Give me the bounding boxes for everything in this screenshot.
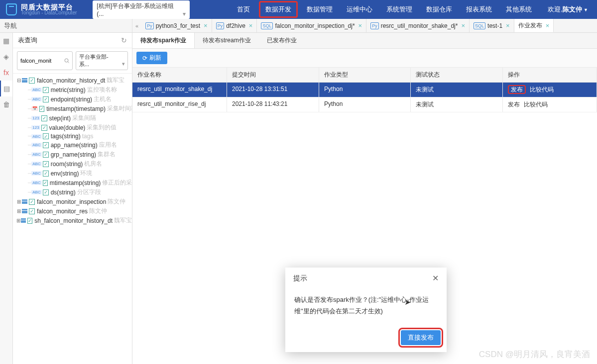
- tree-table-node[interactable]: ⊞sh_falcon_monitor_history_dt魏军宝: [13, 216, 132, 225]
- file-tab[interactable]: SQLfalcon_monitor_inspection_dj*×: [257, 19, 366, 32]
- nav-报表系统[interactable]: 报表系统: [459, 0, 499, 19]
- tree-column-node[interactable]: ┈ABCenv(string)环境: [13, 169, 132, 178]
- grid-header: 作业名称提交时间作业类型测试状态操作: [132, 68, 597, 83]
- sub-tabs: 待发布spark作业待发布stream作业已发布作业: [132, 33, 597, 49]
- file-type-icon: Py: [145, 22, 154, 29]
- publish-link[interactable]: 发布: [508, 85, 526, 94]
- tree-column-node[interactable]: ┈ABCgrp_name(string)集群名: [13, 150, 132, 159]
- tree-column-node[interactable]: ┈123value(double)采集到的值: [13, 123, 132, 132]
- logo-icon: [6, 3, 17, 15]
- tree-table-node[interactable]: ⊞falcon_monitor_res陈文仲: [13, 206, 132, 216]
- compare-link[interactable]: 比较代码: [524, 101, 548, 108]
- tab-close-icon[interactable]: ×: [506, 22, 510, 29]
- file-tab[interactable]: SQLtest-1×: [470, 19, 514, 32]
- tree-toggle-icon[interactable]: ⊞: [16, 199, 22, 204]
- nav-数据管理[interactable]: 数据管理: [300, 0, 340, 19]
- user-name: 陈文仲: [563, 5, 582, 13]
- tabs-scroll-left[interactable]: «: [132, 23, 141, 29]
- checkbox[interactable]: [43, 87, 49, 93]
- checkbox[interactable]: [43, 161, 49, 167]
- tree-toggle-icon[interactable]: ⊟: [16, 78, 22, 83]
- table-search-input[interactable]: [17, 51, 73, 70]
- tree-column-node[interactable]: ┈ABCmetric(string)监控项名称: [13, 85, 132, 94]
- file-tab[interactable]: 作业发布×: [514, 19, 554, 32]
- sub-tab[interactable]: 已发布作业: [259, 33, 305, 48]
- tab-close-icon[interactable]: ×: [204, 22, 208, 29]
- tree-column-node[interactable]: ┈123step(int)采集间隔: [13, 113, 132, 123]
- table-row[interactable]: resrc_util_monitor_shake_dj2021-10-28 13…: [132, 83, 597, 97]
- tab-close-icon[interactable]: ×: [249, 22, 253, 29]
- column-header[interactable]: 测试状态: [411, 68, 503, 82]
- checkbox[interactable]: [27, 218, 33, 224]
- checkbox[interactable]: [43, 142, 49, 148]
- column-header[interactable]: 操作: [503, 68, 597, 82]
- checkbox[interactable]: [43, 96, 49, 102]
- tree-column-node[interactable]: ┈ABCds(string)分区字段: [13, 187, 132, 197]
- checkbox[interactable]: [43, 189, 49, 195]
- nav-系统管理[interactable]: 系统管理: [379, 0, 419, 19]
- tree-table-node[interactable]: ⊟falcon_monitor_history_dt魏军宝: [13, 76, 132, 85]
- refresh-button[interactable]: 刷新: [136, 52, 167, 64]
- brand-sub: Tongdun - DataComputer: [21, 10, 77, 15]
- tree-column-node[interactable]: ┈ABCroom(string)机房名: [13, 159, 132, 169]
- checkbox[interactable]: [43, 180, 48, 186]
- checkbox[interactable]: [29, 199, 35, 205]
- nav-其他系统[interactable]: 其他系统: [499, 0, 539, 19]
- tree-column-node[interactable]: ┈📅timestamp(timestamp)采集时间戳: [13, 104, 132, 113]
- tab-close-icon[interactable]: ×: [546, 22, 550, 29]
- file-tab[interactable]: Pypython3_for_test×: [141, 19, 212, 32]
- tree-toggle-icon[interactable]: ⊞: [16, 218, 21, 223]
- dept-select[interactable]: [杭州]平台事业部-系统运维组(...: [93, 0, 190, 19]
- table-row[interactable]: resrc_util_monitor_rise_dj2021-10-28 11:…: [132, 97, 597, 112]
- nav-运维中心[interactable]: 运维中心: [340, 0, 379, 19]
- column-header[interactable]: 提交时间: [227, 68, 319, 82]
- sub-tab[interactable]: 待发布spark作业: [132, 33, 195, 48]
- rail-layers-icon[interactable]: ◈: [0, 49, 12, 65]
- nav-数据开发[interactable]: 数据开发: [259, 1, 298, 18]
- column-header[interactable]: 作业名称: [132, 68, 227, 82]
- rail-fx-icon[interactable]: fx: [0, 65, 12, 81]
- compare-link[interactable]: 比较代码: [530, 86, 554, 93]
- tree-toggle-icon[interactable]: ⊞: [16, 208, 22, 214]
- checkbox[interactable]: [41, 115, 47, 121]
- tree-column-node[interactable]: ┈ABCtags(string)tags: [13, 132, 132, 140]
- close-icon[interactable]: ✕: [432, 273, 439, 283]
- checkbox[interactable]: [43, 152, 49, 158]
- file-type-icon: Py: [216, 22, 225, 29]
- dialog-title: 提示: [293, 274, 307, 283]
- checkbox[interactable]: [43, 171, 49, 177]
- nav-首页[interactable]: 首页: [230, 0, 257, 19]
- nav-数据仓库[interactable]: 数据仓库: [419, 0, 459, 19]
- tab-close-icon[interactable]: ×: [461, 22, 465, 29]
- checkbox[interactable]: [39, 106, 44, 112]
- checkbox[interactable]: [41, 125, 47, 131]
- column-header[interactable]: 作业类型: [319, 68, 411, 82]
- rail-dashboard-icon[interactable]: ▦: [0, 33, 12, 49]
- sub-tab[interactable]: 待发布stream作业: [195, 33, 259, 48]
- rail-trash-icon[interactable]: 🗑: [0, 96, 12, 112]
- column-type-icon: ABC: [31, 97, 41, 101]
- table-tree: ⊟falcon_monitor_history_dt魏军宝┈ABCmetric(…: [13, 74, 132, 227]
- left-rail: ▦ ◈ fx ▤ 🗑: [0, 33, 13, 364]
- checkbox[interactable]: [29, 208, 35, 214]
- confirm-dialog: 提示 ✕ 确认是否发布spark作业？(注:"运维中心-作业运维"里的代码会在第…: [285, 268, 447, 352]
- file-tab[interactable]: Pydf2hive×: [212, 19, 257, 32]
- rail-table-icon[interactable]: ▤: [0, 81, 12, 96]
- tree-column-node[interactable]: ┈ABCmtimestamp(string)修正后的采集时: [13, 178, 132, 187]
- tree-column-node[interactable]: ┈ABCapp_name(string)应用名: [13, 140, 132, 150]
- file-tabs: Pypython3_for_test×Pydf2hive×SQLfalcon_m…: [141, 19, 597, 32]
- publish-link[interactable]: 发布: [508, 101, 520, 108]
- file-tab[interactable]: Pyresrc_util_monitor_shake_dj*×: [366, 19, 470, 32]
- scope-select[interactable]: 平台事业部-系...: [76, 51, 128, 70]
- checkbox[interactable]: [29, 78, 35, 84]
- publish-confirm-button[interactable]: 直接发布: [401, 330, 441, 345]
- chevron-down-icon: ▼: [584, 7, 588, 12]
- cursor-icon: ➤: [404, 297, 411, 307]
- tab-close-icon[interactable]: ×: [358, 22, 362, 29]
- checkbox[interactable]: [43, 133, 49, 139]
- tree-table-node[interactable]: ⊞falcon_monitor_inspection陈文仲: [13, 197, 132, 206]
- table-icon: [21, 218, 25, 223]
- tree-column-node[interactable]: ┈ABCendpoint(string)主机名: [13, 94, 132, 104]
- refresh-icon[interactable]: [121, 36, 127, 44]
- user-menu[interactable]: 欢迎,陈文仲▼: [539, 5, 597, 14]
